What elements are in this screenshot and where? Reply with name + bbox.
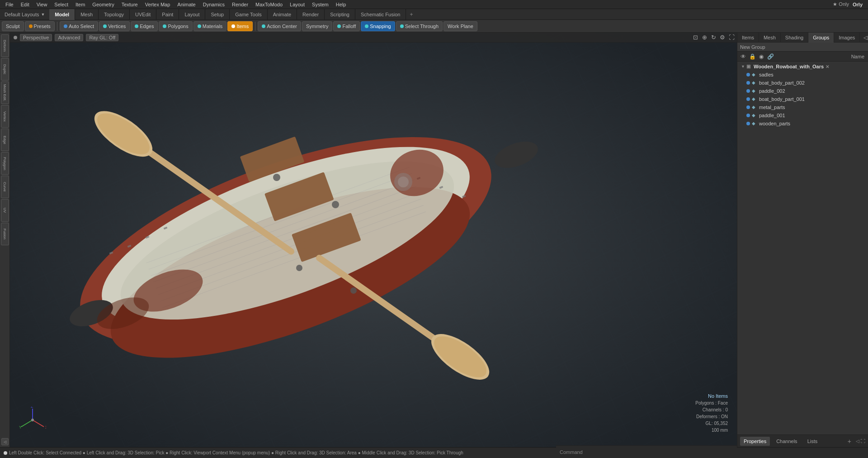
raygl-button[interactable]: Ray GL: Off [86, 34, 118, 41]
snapping-button[interactable]: Snapping [361, 21, 395, 31]
sidebar-edge[interactable]: Edge [1, 129, 9, 151]
symmetry-button[interactable]: Symmetry [302, 21, 333, 31]
menu-texture[interactable]: Texture [118, 0, 142, 9]
rb-fullscreen-icon[interactable]: ⛶ [861, 439, 865, 444]
command-bar[interactable]: Command [556, 445, 737, 458]
menu-view[interactable]: View [33, 0, 51, 9]
menu-edit[interactable]: Edit [17, 0, 33, 9]
rt-name-label: Name [851, 54, 866, 59]
right-panel-expand-icon[interactable]: ◁ [862, 34, 868, 41]
sidebar-mesh-edit[interactable]: Mesh Edit. [1, 81, 9, 104]
tree-item-paddle-001[interactable]: ◆ paddle_001 [737, 111, 868, 119]
rtab-groups[interactable]: Groups [808, 33, 834, 43]
new-group-bar[interactable]: New Group [737, 43, 868, 52]
left-sidebar: Deform Duplic Mesh Edit. Vertex Edge Pol… [0, 33, 10, 447]
sidebar-collapse-button[interactable]: ◁ [1, 438, 9, 445]
tab-uvedit[interactable]: UVEdit [130, 9, 156, 20]
viewport[interactable]: Perspective Advanced Ray GL: Off ⊡ ⊕ ↻ ⚙… [10, 33, 737, 447]
rt-icon-link[interactable]: 🔗 [766, 52, 774, 61]
auto-select-button[interactable]: Auto Select [60, 21, 98, 31]
select-through-button[interactable]: Select Through [396, 21, 443, 31]
user-name: Orly [853, 2, 863, 7]
action-center-button[interactable]: Action Center [258, 21, 301, 31]
menu-item[interactable]: Item [72, 0, 89, 9]
menu-vertex-map[interactable]: Vertex Map [142, 0, 174, 9]
rb-expand-icon[interactable]: ◁ [856, 439, 859, 444]
viewport-icon-fit[interactable]: ⊡ [692, 33, 699, 41]
sidebar-duplicate[interactable]: Duplic [1, 58, 9, 81]
sidebar-polygon[interactable]: Polygon [1, 152, 9, 175]
tab-game-tools[interactable]: Game Tools [230, 9, 268, 20]
polygons-info: Polygons : Face [695, 400, 728, 406]
menu-help[interactable]: Help [332, 0, 350, 9]
tree-item-boat-body-002[interactable]: ◆ boat_body_part_002 [737, 79, 868, 87]
items-button[interactable]: Items [227, 21, 253, 31]
rtab-mesh[interactable]: Mesh [759, 33, 781, 43]
tab-render[interactable]: Render [297, 9, 325, 20]
menu-maxtomode[interactable]: MaxToModo [252, 0, 286, 9]
axes-display: X Y Z [19, 406, 46, 434]
viewport-icon-zoom[interactable]: ⊕ [701, 33, 708, 41]
rb-tab-properties[interactable]: Properties [740, 437, 770, 446]
tree-item-boat-body-002-label: boat_body_part_002 [759, 80, 805, 86]
tree-item-metal-parts[interactable]: ◆ metal_parts [737, 103, 868, 111]
add-layout-tab-button[interactable]: + [406, 9, 416, 20]
menu-animate[interactable]: Animate [174, 0, 199, 9]
rt-icon-render[interactable]: ◉ [757, 52, 765, 61]
close-root-icon[interactable]: ✕ [826, 64, 829, 69]
tree-item-paddle-002[interactable]: ◆ paddle_002 [737, 87, 868, 95]
menu-geometry[interactable]: Geometry [89, 0, 118, 9]
tab-schematic-fusion[interactable]: Schematic Fusion [355, 9, 406, 20]
falloff-button[interactable]: Falloff [333, 21, 360, 31]
tree-item-sadles[interactable]: ◆ sadles [737, 71, 868, 79]
edges-button[interactable]: Edges [131, 21, 158, 31]
rt-icon-lock[interactable]: 🔒 [748, 52, 756, 61]
perspective-button[interactable]: Perspective [20, 34, 52, 41]
tab-animate[interactable]: Animate [268, 9, 297, 20]
tree-item-boat-body-001[interactable]: ◆ boat_body_part_001 [737, 95, 868, 103]
no-items-text: No Items [695, 393, 728, 400]
menu-file[interactable]: File [2, 0, 17, 9]
svg-text:X: X [45, 425, 46, 429]
menu-system[interactable]: System [308, 0, 332, 9]
menu-dynamics[interactable]: Dynamics [199, 0, 228, 9]
tab-setup[interactable]: Setup [205, 9, 230, 20]
sidebar-vertex[interactable]: Vertex [1, 105, 9, 128]
tree-item-root[interactable]: ▼ ▣ Wooden_Rowboat_with_Oars ✕ [737, 62, 868, 71]
menu-layout[interactable]: Layout [286, 0, 308, 9]
rtab-shading[interactable]: Shading [781, 33, 808, 43]
viewport-icon-refresh[interactable]: ↻ [710, 33, 717, 41]
materials-button[interactable]: Materials [193, 21, 227, 31]
sidebar-fusion[interactable]: Fusion [1, 223, 9, 245]
rtab-images[interactable]: Images [834, 33, 860, 43]
advanced-button[interactable]: Advanced [55, 34, 83, 41]
tab-layout[interactable]: Layout [179, 9, 205, 20]
vertices-button[interactable]: Vertices [99, 21, 130, 31]
rtab-items[interactable]: Items [737, 33, 759, 43]
sidebar-uv[interactable]: UV [1, 199, 9, 222]
tab-topology[interactable]: Topology [99, 9, 130, 20]
tab-model[interactable]: Model [49, 9, 75, 20]
rb-tab-lists[interactable]: Lists [804, 437, 821, 446]
menu-render[interactable]: Render [228, 0, 252, 9]
polygons-button[interactable]: Polygons [159, 21, 192, 31]
tab-mesh[interactable]: Mesh [75, 9, 99, 20]
sidebar-deform[interactable]: Deform [1, 34, 9, 57]
menu-select[interactable]: Select [51, 0, 72, 9]
sculpt-button[interactable]: Sculpt [2, 21, 24, 31]
toolbar-separator-2 [255, 22, 255, 31]
presets-label: Presets [34, 24, 51, 29]
presets-button[interactable]: Presets [25, 21, 55, 31]
right-toolbar: 👁 🔒 ◉ 🔗 Name [737, 52, 868, 62]
sidebar-curve[interactable]: Curve [1, 176, 9, 198]
viewport-icon-settings[interactable]: ⚙ [719, 33, 726, 41]
tab-scripting[interactable]: Scripting [325, 9, 355, 20]
layout-default-dropdown[interactable]: Default Layouts ▼ [0, 9, 49, 20]
viewport-icon-fullscreen[interactable]: ⛶ [728, 33, 735, 41]
work-plane-button[interactable]: Work Plane [443, 21, 477, 31]
tab-paint[interactable]: Paint [156, 9, 179, 20]
rb-tab-channels[interactable]: Channels [773, 437, 801, 446]
rt-icon-eye[interactable]: 👁 [739, 52, 747, 61]
add-bottom-tab-button[interactable]: + [848, 438, 851, 445]
tree-item-wooden-parts[interactable]: ◆ wooden_parts [737, 119, 868, 128]
